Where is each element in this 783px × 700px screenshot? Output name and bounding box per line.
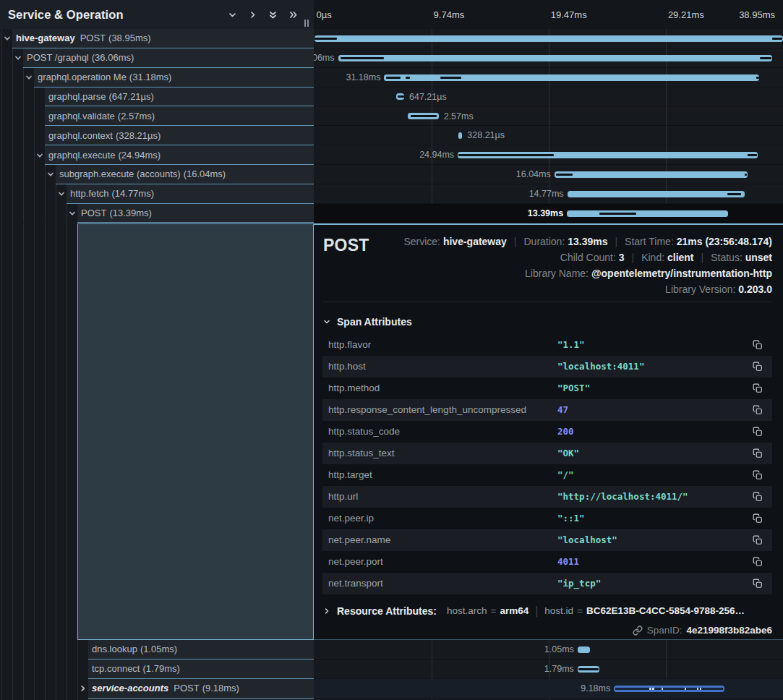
timeline-panel: 0µs9.74ms19.47ms29.21ms38.95ms 38.95ms36… xyxy=(314,0,783,700)
tree-row[interactable]: POST(13.39ms) xyxy=(0,204,314,223)
span-bar[interactable] xyxy=(578,646,591,653)
tree-row[interactable]: http.fetch(14.77ms) xyxy=(0,184,314,204)
copy-button[interactable] xyxy=(753,492,763,502)
copy-button[interactable] xyxy=(753,405,763,415)
timeline-row[interactable]: 16.04ms xyxy=(314,165,783,184)
row-expander[interactable] xyxy=(79,679,87,699)
span-bar[interactable] xyxy=(567,210,728,217)
tree-row[interactable]: tcp.connect(1.79ms) xyxy=(0,660,314,679)
span-bar[interactable] xyxy=(315,35,783,42)
copy-button[interactable] xyxy=(753,513,763,524)
timeline-header: 0µs9.74ms19.47ms29.21ms38.95ms xyxy=(314,0,783,29)
tree-row[interactable]: graphql.context(328.21µs) xyxy=(0,126,314,145)
double-chevron-down-icon[interactable] xyxy=(268,10,278,20)
row-expander[interactable] xyxy=(46,165,55,184)
copy-icon[interactable] xyxy=(753,492,763,502)
self-time-segment xyxy=(315,38,337,40)
copy-icon[interactable] xyxy=(753,427,763,437)
meta-label: Start Time: xyxy=(625,236,677,247)
operation-name: POST xyxy=(80,33,106,43)
timeline-row[interactable]: 9.18ms xyxy=(314,679,783,699)
copy-button[interactable] xyxy=(753,535,763,545)
link-icon[interactable] xyxy=(633,626,643,636)
tree-row[interactable]: graphql.operation Me(31.18ms) xyxy=(0,68,314,88)
timeline-row[interactable]: 31.18ms xyxy=(314,68,783,88)
self-time-segment xyxy=(599,213,636,215)
span-bar[interactable] xyxy=(555,171,748,178)
copy-icon[interactable] xyxy=(753,362,763,372)
attribute-key: http.host xyxy=(328,356,366,377)
row-expander[interactable] xyxy=(35,145,44,165)
tree-row[interactable]: graphql.execute(24.94ms) xyxy=(0,145,314,165)
tick-label: 19.47ms xyxy=(551,9,587,20)
copy-icon[interactable] xyxy=(753,535,763,545)
timeline-row[interactable]: 647.21µs xyxy=(314,88,783,107)
span-bar[interactable] xyxy=(458,132,463,139)
span-bar[interactable] xyxy=(338,55,772,61)
timeline-row[interactable]: 13.39ms xyxy=(314,204,783,223)
copy-icon[interactable] xyxy=(753,340,763,350)
timeline-row[interactable]: 1.05ms xyxy=(314,640,783,660)
copy-icon[interactable] xyxy=(753,405,763,415)
tree-row[interactable]: hive-gatewayPOST(38.95ms) xyxy=(0,29,314,48)
attribute-value: "http://localhost:4011/" xyxy=(557,486,688,508)
timeline-row[interactable]: 328.21µs xyxy=(314,126,783,145)
tree-row[interactable]: subgraph.execute (accounts)(16.04ms) xyxy=(0,165,314,184)
row-expander[interactable] xyxy=(68,204,77,223)
timeline-row[interactable]: 2.57ms xyxy=(314,106,783,126)
attribute-row: http.host "localhost:4011" xyxy=(322,356,772,377)
copy-button[interactable] xyxy=(753,362,763,372)
span-duration-label: 16.04ms xyxy=(516,169,551,179)
resource-key: host.id xyxy=(544,603,573,619)
service-operation-panel: hive-gatewayPOST(38.95ms) POST /graphql(… xyxy=(0,0,314,700)
copy-icon[interactable] xyxy=(753,513,763,524)
row-expander[interactable] xyxy=(57,184,66,204)
copy-button[interactable] xyxy=(753,557,763,567)
operation-name: graphql.parse xyxy=(48,91,106,102)
copy-icon[interactable] xyxy=(753,448,763,458)
meta-label: Status: xyxy=(711,252,745,263)
copy-button[interactable] xyxy=(753,340,763,350)
tree-row[interactable]: dns.lookup(1.05ms) xyxy=(0,640,314,660)
copy-button[interactable] xyxy=(753,448,763,458)
tree-row[interactable]: POST /graphql(36.06ms) xyxy=(0,48,314,68)
copy-button[interactable] xyxy=(753,579,763,589)
tree-row[interactable]: graphql.validate(2.57ms) xyxy=(0,106,314,126)
double-chevron-right-icon[interactable] xyxy=(288,10,298,20)
attribute-row: net.transport "ip_tcp" xyxy=(322,573,772,594)
row-expander[interactable] xyxy=(25,68,33,88)
copy-icon[interactable] xyxy=(753,579,763,589)
span-meta: Service: hive-gateway|Duration: 13.39ms|… xyxy=(403,225,772,298)
span-meta-line: Child Count: 3|Kind: client|Status: unse… xyxy=(403,249,772,265)
copy-icon[interactable] xyxy=(753,383,763,393)
meta-value: @opentelemetry/instrumentation-http xyxy=(591,268,772,279)
chevron-right-icon[interactable] xyxy=(248,10,257,20)
copy-button[interactable] xyxy=(753,470,763,480)
copy-icon[interactable] xyxy=(753,557,763,567)
chevron-down-icon[interactable] xyxy=(228,10,237,20)
span-attributes-header[interactable]: Span Attributes xyxy=(323,316,412,328)
span-bar[interactable] xyxy=(568,191,745,197)
tree-row[interactable]: service-accountsPOST(9.18ms) xyxy=(0,679,314,699)
attribute-key: http.url xyxy=(328,486,358,508)
operation-name: graphql.context xyxy=(48,130,113,141)
row-expander[interactable] xyxy=(3,29,12,48)
copy-icon[interactable] xyxy=(753,470,763,480)
self-time-segment xyxy=(772,38,782,40)
operation-name: graphql.validate xyxy=(48,111,115,121)
operation-name: graphql.execute xyxy=(48,150,116,161)
copy-button[interactable] xyxy=(753,427,763,437)
timeline-row[interactable]: 38.95ms xyxy=(314,29,783,48)
row-expander[interactable] xyxy=(14,48,22,68)
timeline-row[interactable]: 24.94ms xyxy=(314,145,783,165)
tick-label: 29.21ms xyxy=(668,9,704,20)
tree-row[interactable]: graphql.parse(647.21µs) xyxy=(0,88,314,107)
timeline-row[interactable]: 14.77ms xyxy=(314,184,783,204)
copy-button[interactable] xyxy=(753,383,763,393)
self-time-segment xyxy=(411,115,437,117)
timeline-row[interactable]: 36.06ms xyxy=(314,48,783,68)
timeline-row[interactable]: 1.79ms xyxy=(314,660,783,679)
resource-attributes-row[interactable]: Resource Attributes: host.arch=arm64|hos… xyxy=(323,603,772,619)
meta-label: Library Version: xyxy=(665,283,738,295)
panel-resize-grip[interactable] xyxy=(304,20,309,27)
